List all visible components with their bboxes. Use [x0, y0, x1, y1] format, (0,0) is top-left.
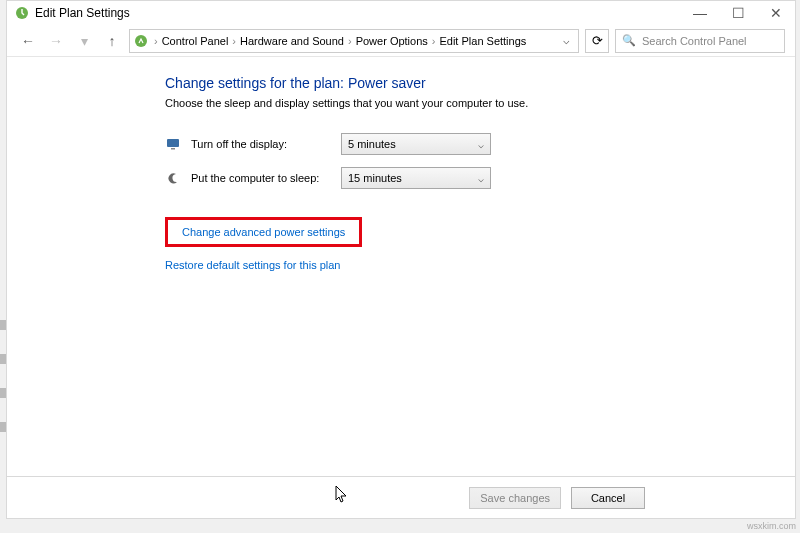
- search-icon: 🔍: [622, 34, 636, 47]
- breadcrumb[interactable]: Power Options: [356, 35, 428, 47]
- toolbar: ← → ▾ ↑ › Control Panel › Hardware and S…: [7, 25, 795, 57]
- svg-rect-2: [167, 139, 179, 147]
- svg-rect-3: [171, 148, 175, 150]
- nav-back-button[interactable]: ←: [17, 30, 39, 52]
- decoration: [0, 354, 6, 364]
- select-value: 15 minutes: [348, 172, 402, 184]
- breadcrumb-label: Hardware and Sound: [240, 35, 344, 47]
- display-icon: [165, 136, 181, 152]
- refresh-button[interactable]: ⟳: [585, 29, 609, 53]
- watermark: wsxkim.com: [747, 521, 796, 531]
- save-changes-button[interactable]: Save changes: [469, 487, 561, 509]
- settings-rows: Turn off the display: 5 minutes ⌵ Put th…: [165, 133, 795, 189]
- page-description: Choose the sleep and display settings th…: [165, 97, 795, 109]
- title-bar: Edit Plan Settings — ☐ ✕: [7, 1, 795, 25]
- footer-bar: Save changes Cancel: [7, 476, 795, 518]
- window-controls: — ☐ ✕: [681, 1, 795, 25]
- search-input[interactable]: 🔍 Search Control Panel: [615, 29, 785, 53]
- power-plan-icon: [15, 6, 29, 20]
- minimize-button[interactable]: —: [681, 1, 719, 25]
- restore-default-settings-link[interactable]: Restore default settings for this plan: [165, 259, 795, 271]
- breadcrumb[interactable]: Control Panel: [162, 35, 229, 47]
- breadcrumb-label: Edit Plan Settings: [439, 35, 526, 47]
- breadcrumb-label: Control Panel: [162, 35, 229, 47]
- chevron-down-icon[interactable]: ›: [152, 35, 160, 47]
- window: Edit Plan Settings — ☐ ✕ ← → ▾ ↑ › Contr…: [6, 0, 796, 519]
- svg-point-1: [135, 35, 147, 47]
- chevron-right-icon[interactable]: ›: [346, 35, 354, 47]
- address-bar[interactable]: › Control Panel › Hardware and Sound › P…: [129, 29, 579, 53]
- address-dropdown[interactable]: ⌵: [559, 34, 574, 47]
- sleep-row: Put the computer to sleep: 15 minutes ⌵: [165, 167, 795, 189]
- chevron-right-icon[interactable]: ›: [430, 35, 438, 47]
- cancel-button[interactable]: Cancel: [571, 487, 645, 509]
- turn-off-display-label: Turn off the display:: [191, 138, 331, 150]
- chevron-down-icon: ⌵: [478, 139, 484, 150]
- sleep-label: Put the computer to sleep:: [191, 172, 331, 184]
- close-button[interactable]: ✕: [757, 1, 795, 25]
- turn-off-display-row: Turn off the display: 5 minutes ⌵: [165, 133, 795, 155]
- decoration: [0, 320, 6, 330]
- chevron-right-icon[interactable]: ›: [230, 35, 238, 47]
- search-placeholder: Search Control Panel: [642, 35, 747, 47]
- main-panel: Change settings for the plan: Power save…: [7, 57, 795, 476]
- breadcrumb[interactable]: Hardware and Sound: [240, 35, 344, 47]
- turn-off-display-select[interactable]: 5 minutes ⌵: [341, 133, 491, 155]
- moon-icon: [165, 170, 181, 186]
- page-title: Change settings for the plan: Power save…: [165, 75, 795, 91]
- decoration: [0, 388, 6, 398]
- breadcrumb[interactable]: Edit Plan Settings: [439, 35, 526, 47]
- window-title: Edit Plan Settings: [35, 6, 130, 20]
- nav-up-button[interactable]: ↑: [101, 30, 123, 52]
- content-area: Change settings for the plan: Power save…: [7, 57, 795, 518]
- chevron-down-icon: ⌵: [478, 173, 484, 184]
- breadcrumb-label: Power Options: [356, 35, 428, 47]
- power-options-icon: [134, 34, 148, 48]
- links-block: Change advanced power settings Restore d…: [165, 217, 795, 271]
- select-value: 5 minutes: [348, 138, 396, 150]
- nav-forward-button[interactable]: →: [45, 30, 67, 52]
- decoration: [0, 422, 6, 432]
- change-advanced-power-settings-link[interactable]: Change advanced power settings: [165, 217, 362, 247]
- recent-locations-dropdown[interactable]: ▾: [73, 30, 95, 52]
- maximize-button[interactable]: ☐: [719, 1, 757, 25]
- sleep-select[interactable]: 15 minutes ⌵: [341, 167, 491, 189]
